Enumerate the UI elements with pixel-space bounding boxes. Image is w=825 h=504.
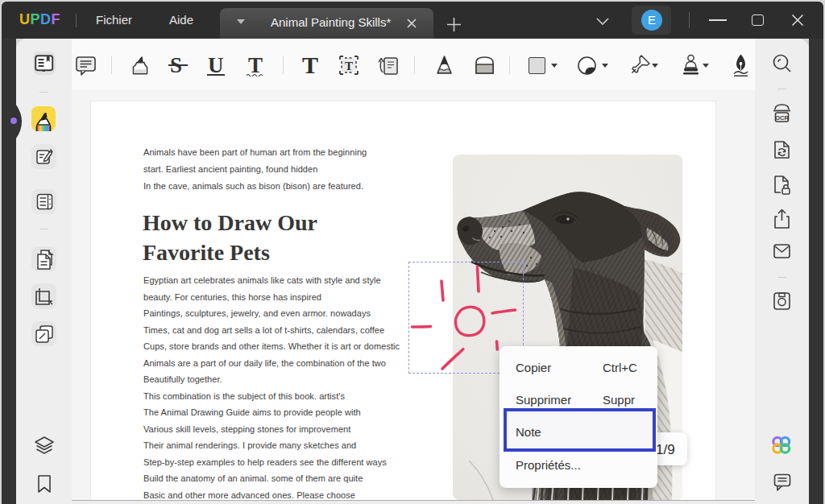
svg-text:OCR: OCR [775, 114, 789, 122]
svg-text:T: T [345, 60, 353, 72]
